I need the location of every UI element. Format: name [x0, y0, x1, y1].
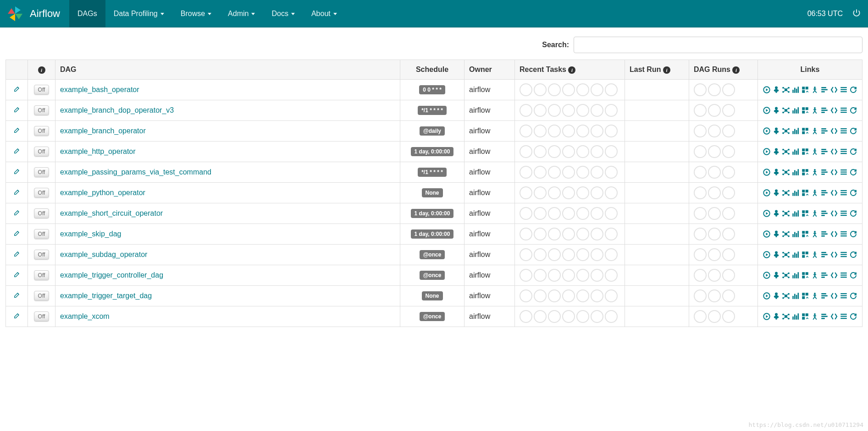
task-status-circle[interactable]	[576, 228, 589, 240]
dagrun-status-circle[interactable]	[694, 83, 707, 96]
duration-icon[interactable]	[791, 209, 800, 218]
task-status-circle[interactable]	[562, 83, 575, 96]
graph-icon[interactable]	[782, 127, 790, 135]
dagrun-status-circle[interactable]	[694, 310, 707, 323]
dagrun-status-circle[interactable]	[722, 289, 735, 302]
refresh-icon[interactable]	[849, 271, 857, 279]
task-status-circle[interactable]	[576, 207, 589, 220]
task-status-circle[interactable]	[534, 228, 547, 240]
logs-icon[interactable]	[840, 106, 848, 115]
task-tries-icon[interactable]	[801, 251, 809, 259]
graph-icon[interactable]	[782, 230, 790, 238]
schedule-badge[interactable]: None	[422, 188, 443, 197]
duration-icon[interactable]	[791, 312, 800, 321]
duration-icon[interactable]	[791, 230, 800, 238]
edit-icon[interactable]	[13, 86, 21, 94]
dagrun-status-circle[interactable]	[708, 145, 721, 158]
task-status-circle[interactable]	[534, 248, 547, 261]
dag-toggle[interactable]: Off	[34, 188, 50, 198]
logs-icon[interactable]	[840, 147, 848, 156]
trigger-icon[interactable]	[763, 271, 771, 279]
dag-toggle[interactable]: Off	[34, 291, 50, 301]
dagrun-status-circle[interactable]	[694, 207, 707, 220]
dag-toggle[interactable]: Off	[34, 167, 50, 177]
dagrun-status-circle[interactable]	[694, 248, 707, 261]
dagrun-status-circle[interactable]	[708, 104, 721, 117]
logs-icon[interactable]	[840, 86, 848, 94]
task-status-circle[interactable]	[548, 166, 561, 179]
landing-icon[interactable]	[811, 86, 819, 94]
graph-icon[interactable]	[782, 147, 790, 156]
code-icon[interactable]	[830, 251, 838, 259]
code-icon[interactable]	[830, 292, 838, 300]
dagrun-status-circle[interactable]	[694, 166, 707, 179]
search-input[interactable]	[574, 37, 862, 53]
tree-icon[interactable]	[772, 271, 780, 279]
gantt-icon[interactable]	[820, 127, 829, 135]
task-status-circle[interactable]	[605, 228, 618, 240]
task-status-circle[interactable]	[534, 83, 547, 96]
trigger-icon[interactable]	[763, 147, 771, 156]
gantt-icon[interactable]	[820, 106, 829, 115]
task-status-circle[interactable]	[562, 228, 575, 240]
dagrun-status-circle[interactable]	[708, 166, 721, 179]
task-tries-icon[interactable]	[801, 271, 809, 279]
duration-icon[interactable]	[791, 127, 800, 135]
logs-icon[interactable]	[840, 271, 848, 279]
edit-icon[interactable]	[13, 230, 21, 238]
trigger-icon[interactable]	[763, 86, 771, 94]
edit-icon[interactable]	[13, 272, 21, 279]
tree-icon[interactable]	[772, 189, 780, 197]
landing-icon[interactable]	[811, 147, 819, 156]
header-owner[interactable]: Owner	[464, 60, 515, 80]
graph-icon[interactable]	[782, 189, 790, 197]
duration-icon[interactable]	[791, 251, 800, 259]
task-status-circle[interactable]	[591, 145, 603, 158]
task-tries-icon[interactable]	[801, 106, 809, 115]
dag-link[interactable]: example_skip_dag	[60, 230, 121, 238]
landing-icon[interactable]	[811, 292, 819, 300]
landing-icon[interactable]	[811, 230, 819, 238]
task-status-circle[interactable]	[605, 289, 618, 302]
schedule-badge[interactable]: 1 day, 0:00:00	[411, 209, 454, 218]
power-icon[interactable]	[852, 8, 861, 19]
gantt-icon[interactable]	[820, 209, 829, 218]
task-status-circle[interactable]	[548, 83, 561, 96]
dagrun-status-circle[interactable]	[708, 125, 721, 137]
task-status-circle[interactable]	[562, 310, 575, 323]
schedule-badge[interactable]: */1 * * * *	[418, 106, 447, 115]
task-status-circle[interactable]	[605, 104, 618, 117]
dagrun-status-circle[interactable]	[722, 186, 735, 199]
task-status-circle[interactable]	[591, 186, 603, 199]
schedule-badge[interactable]: 1 day, 0:00:00	[411, 229, 454, 239]
task-status-circle[interactable]	[591, 248, 603, 261]
tree-icon[interactable]	[772, 312, 780, 321]
refresh-icon[interactable]	[849, 209, 857, 218]
duration-icon[interactable]	[791, 106, 800, 115]
task-tries-icon[interactable]	[801, 230, 809, 238]
tree-icon[interactable]	[772, 127, 780, 135]
task-status-circle[interactable]	[520, 310, 532, 323]
task-status-circle[interactable]	[520, 104, 532, 117]
edit-icon[interactable]	[13, 189, 21, 197]
task-status-circle[interactable]	[605, 310, 618, 323]
duration-icon[interactable]	[791, 168, 800, 176]
task-status-circle[interactable]	[548, 289, 561, 302]
dag-toggle[interactable]: Off	[34, 229, 50, 239]
task-status-circle[interactable]	[605, 125, 618, 137]
trigger-icon[interactable]	[763, 106, 771, 115]
dag-link[interactable]: example_trigger_target_dag	[60, 292, 152, 300]
task-status-circle[interactable]	[605, 83, 618, 96]
task-status-circle[interactable]	[605, 269, 618, 282]
task-tries-icon[interactable]	[801, 189, 809, 197]
trigger-icon[interactable]	[763, 168, 771, 176]
refresh-icon[interactable]	[849, 168, 857, 176]
nav-item-dags[interactable]: DAGs	[69, 0, 105, 27]
code-icon[interactable]	[830, 147, 838, 156]
schedule-badge[interactable]: @once	[420, 250, 445, 259]
dagrun-status-circle[interactable]	[708, 248, 721, 261]
gantt-icon[interactable]	[820, 86, 829, 94]
task-status-circle[interactable]	[591, 104, 603, 117]
logs-icon[interactable]	[840, 292, 848, 300]
logs-icon[interactable]	[840, 312, 848, 321]
